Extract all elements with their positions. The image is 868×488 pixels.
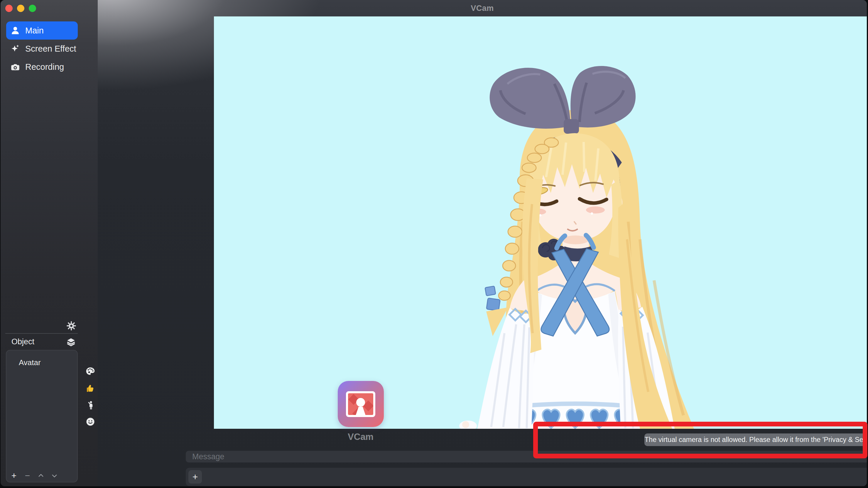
- sidebar-item-main[interactable]: Main: [6, 22, 78, 40]
- reaction-buttons: [85, 366, 96, 427]
- object-list-item-avatar[interactable]: Avatar: [6, 351, 77, 367]
- add-attachment-button[interactable]: +: [188, 470, 202, 484]
- thumbs-up-button[interactable]: [85, 383, 96, 394]
- person-icon: [10, 25, 21, 36]
- sparkles-icon: [10, 43, 21, 54]
- sidebar-item-label: Screen Effect: [25, 44, 76, 54]
- palette-button[interactable]: [85, 366, 96, 377]
- avatar-character: [214, 17, 867, 429]
- camera-icon: [10, 62, 21, 72]
- vcam-app-icon: [338, 381, 384, 427]
- add-object-button[interactable]: +: [10, 472, 17, 479]
- vcam-icon-label: VCam: [336, 432, 385, 442]
- object-section-header: Object: [1, 336, 83, 350]
- zoom-button[interactable]: [29, 5, 36, 12]
- window-title: VCam: [98, 4, 867, 13]
- close-button[interactable]: [5, 5, 12, 12]
- object-list-controls: + −: [10, 472, 58, 479]
- sidebar: Main Screen Effect Recor: [1, 0, 98, 486]
- object-list-panel: Avatar + −: [6, 350, 78, 482]
- hand-raised-button[interactable]: [85, 399, 96, 411]
- chevron-up-icon: [37, 472, 44, 479]
- attachment-bar: +: [186, 468, 867, 486]
- sidebar-item-screen-effect[interactable]: Screen Effect: [6, 40, 78, 58]
- minimize-button[interactable]: [17, 5, 24, 12]
- layers-icon: [66, 337, 76, 347]
- sidebar-item-label: Recording: [25, 62, 64, 72]
- smiley-icon: [85, 417, 96, 427]
- main-content-area: VCam: [98, 0, 867, 486]
- palette-icon: [85, 366, 96, 377]
- remove-object-button[interactable]: −: [24, 472, 31, 479]
- sidebar-divider: [5, 333, 78, 334]
- camera-preview: VCam: [214, 17, 867, 429]
- layers-button[interactable]: [66, 337, 76, 347]
- person-icon: [356, 398, 365, 407]
- gear-icon: [66, 320, 77, 331]
- vcam-app-icon-object[interactable]: VCam: [336, 381, 385, 442]
- annotation-highlight-rectangle: [533, 422, 867, 458]
- chevron-down-icon: [51, 472, 58, 479]
- settings-button[interactable]: [66, 320, 77, 331]
- object-section-label: Object: [11, 337, 34, 346]
- move-object-down-button[interactable]: [51, 472, 58, 479]
- sidebar-item-recording[interactable]: Recording: [6, 58, 78, 76]
- person-raising-hand-icon: [85, 400, 95, 410]
- app-window: VCam: [1, 0, 867, 486]
- move-object-up-button[interactable]: [37, 472, 44, 479]
- sidebar-item-label: Main: [25, 26, 44, 35]
- thumbs-up-icon: [85, 383, 96, 394]
- traffic-lights: [5, 5, 36, 12]
- sidebar-nav: Main Screen Effect Recor: [6, 22, 78, 76]
- smiley-button[interactable]: [85, 416, 96, 427]
